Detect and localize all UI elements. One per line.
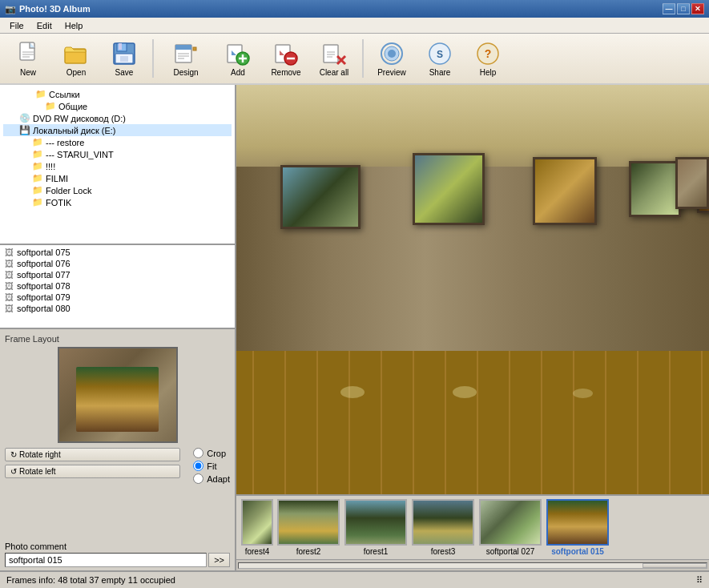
adapt-radio[interactable] — [193, 473, 203, 484]
design-button[interactable]: Design — [159, 36, 213, 81]
remove-icon — [273, 41, 299, 66]
file-list[interactable]: 🖼 softportal 075 🖼 softportal 076 🖼 soft… — [0, 245, 235, 329]
scroll-thumb[interactable] — [643, 563, 707, 568]
tree-item-dvd[interactable]: 💿 DVD RW дисковод (D:) — [3, 112, 232, 124]
thumb-label: forest4 — [245, 547, 270, 556]
drive-icon: 💾 — [19, 125, 30, 135]
share-label: Share — [429, 68, 451, 77]
file-list-label: softportal 075 — [17, 248, 70, 257]
tree-item-filmi[interactable]: 📁 FILMI — [3, 172, 232, 184]
tree-item-folderlock[interactable]: 📁 Folder Lock — [3, 184, 232, 196]
rotate-left-button[interactable]: ↺ Rotate left — [5, 465, 180, 478]
scroll-track[interactable] — [238, 562, 707, 569]
new-button[interactable]: New — [5, 36, 51, 81]
file-list-item[interactable]: 🖼 softportal 079 — [2, 292, 233, 303]
thumb-item-partial[interactable]: forest4 — [241, 499, 273, 556]
clearall-icon — [321, 41, 347, 66]
file-list-item[interactable]: 🖼 softportal 076 — [2, 258, 233, 269]
tree-item-starui[interactable]: 📁 --- STARUI_VINT — [3, 148, 232, 160]
menu-edit[interactable]: Edit — [30, 19, 58, 32]
rotate-right-button[interactable]: ↻ Rotate right — [5, 448, 180, 461]
file-tree: 📁 Ссылки 📁 Общие 💿 DVD RW дисковод (D:) … — [0, 85, 235, 245]
thumb-image — [241, 499, 273, 546]
image-icon: 🖼 — [5, 304, 14, 313]
tree-item-obshie[interactable]: 📁 Общие — [3, 100, 232, 112]
preview-button[interactable]: Preview — [369, 36, 415, 81]
maximize-button[interactable]: □ — [677, 3, 690, 14]
fit-options: Crop Fit Adapt — [193, 448, 230, 484]
clearall-button[interactable]: Clear all — [311, 36, 357, 81]
add-button[interactable]: Add — [215, 36, 261, 81]
tree-item-ssylki[interactable]: 📁 Ссылки — [3, 88, 232, 100]
minimize-button[interactable]: — — [663, 3, 675, 14]
thumbnail-strip: forest4 forest2 forest1 — [236, 494, 709, 570]
remove-button[interactable]: Remove — [263, 36, 309, 81]
open-button[interactable]: Open — [53, 36, 99, 81]
tree-label: Локальный диск (E:) — [33, 126, 116, 135]
save-icon — [111, 41, 137, 66]
comment-submit-button[interactable]: >> — [208, 553, 230, 567]
thumb-item-forest1[interactable]: forest1 — [344, 499, 408, 556]
help-button[interactable]: ? Help — [465, 36, 511, 81]
comment-row: >> — [5, 553, 230, 567]
menu-help[interactable]: Help — [58, 19, 90, 32]
help-icon: ? — [475, 41, 501, 66]
share-button[interactable]: S Share — [417, 36, 463, 81]
folder-icon: 📁 — [32, 185, 43, 195]
file-list-item[interactable]: 🖼 softportal 075 — [2, 247, 233, 258]
tree-label: Общие — [58, 102, 87, 111]
image-icon: 🖼 — [5, 292, 14, 302]
bbq-image-overlay — [76, 367, 158, 432]
disk-icon: 💿 — [19, 113, 30, 123]
fit-option[interactable]: Fit — [193, 461, 230, 471]
left-panel: 📁 Ссылки 📁 Общие 💿 DVD RW дисковод (D:) … — [0, 85, 236, 570]
rotate-right-label: Rotate right — [19, 450, 61, 459]
save-button[interactable]: Save — [101, 36, 147, 81]
folder-icon: 📁 — [32, 161, 43, 171]
fit-radio[interactable] — [193, 461, 203, 471]
thumbnails-container: forest4 forest2 forest1 — [236, 496, 709, 559]
file-list-label: softportal 079 — [17, 292, 70, 302]
thumb-item-softportal027[interactable]: softportal 027 — [478, 499, 542, 556]
toolbar-sep-1 — [152, 39, 154, 78]
open-icon — [63, 41, 89, 66]
crop-option[interactable]: Crop — [193, 448, 230, 458]
help-label: Help — [480, 68, 497, 77]
folder-icon: 📁 — [35, 89, 46, 99]
thumb-label-selected: softportal 015 — [551, 547, 604, 556]
tree-item-restore[interactable]: 📁 --- restore — [3, 136, 232, 148]
tree-item-local-e[interactable]: 💾 Локальный диск (E:) — [3, 124, 232, 136]
file-tree-scroll[interactable]: 📁 Ссылки 📁 Общие 💿 DVD RW дисковод (D:) … — [0, 85, 235, 244]
thumb-item-softportal015[interactable]: softportal 015 — [546, 499, 610, 556]
thumb-label: forest2 — [296, 547, 321, 556]
title-bar: 📷 Photo! 3D Album — □ ✕ — [0, 0, 709, 18]
image-icon: 🖼 — [5, 270, 14, 280]
save-label: Save — [115, 68, 134, 77]
menu-file[interactable]: File — [3, 19, 30, 32]
thumb-item-forest3[interactable]: forest3 — [411, 499, 475, 556]
gallery-frame-2 — [413, 153, 485, 225]
svg-rect-12 — [193, 47, 196, 50]
gallery-frame-1 — [280, 165, 361, 229]
open-label: Open — [66, 68, 86, 77]
crop-radio[interactable] — [193, 448, 203, 458]
svg-text:S: S — [437, 49, 443, 60]
thumbnail-scrollbar[interactable] — [236, 559, 709, 570]
close-button[interactable]: ✕ — [691, 3, 704, 14]
preview-label: Preview — [377, 68, 406, 77]
adapt-option[interactable]: Adapt — [193, 473, 230, 484]
tree-item-excl[interactable]: 📁 !!!! — [3, 160, 232, 172]
status-bar: Frames info: 48 total 37 empty 11 occupi… — [0, 570, 709, 588]
crop-label: Crop — [207, 449, 226, 458]
photo-comment-input[interactable] — [5, 553, 207, 567]
tree-item-fotik[interactable]: 📁 FOTIK — [3, 196, 232, 208]
thumb-item-forest2[interactable]: forest2 — [276, 499, 340, 556]
file-list-item[interactable]: 🖼 softportal 078 — [2, 280, 233, 292]
tree-label: !!!! — [46, 162, 55, 171]
file-list-item[interactable]: 🖼 softportal 077 — [2, 269, 233, 280]
file-list-item[interactable]: 🖼 softportal 080 — [2, 303, 233, 314]
tree-label: Ссылки — [49, 90, 80, 99]
file-list-label: softportal 080 — [17, 304, 70, 313]
light-spot-1 — [340, 386, 365, 398]
image-icon: 🖼 — [5, 281, 14, 291]
